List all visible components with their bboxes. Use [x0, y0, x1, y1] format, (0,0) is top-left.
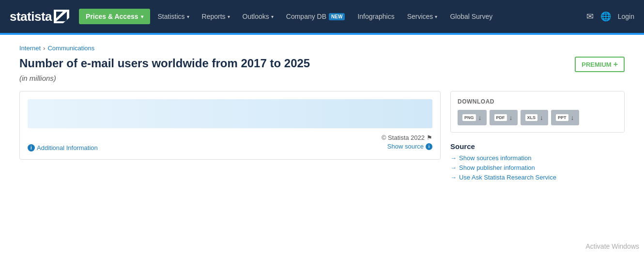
logo[interactable]: statista: [10, 9, 69, 24]
chart-card: i Additional Information © Statista 2022…: [19, 91, 441, 160]
nav-statistics[interactable]: Statistics ▾: [153, 9, 194, 24]
login-button[interactable]: Login: [618, 13, 634, 20]
page-title: Number of e-mail users worldwide from 20…: [19, 57, 310, 70]
new-badge: NEW: [329, 13, 345, 20]
arrow-right-icon: →: [450, 174, 457, 181]
chevron-down-icon: ▾: [141, 14, 143, 19]
page-subtitle: (in millions): [19, 74, 625, 82]
globe-icon[interactable]: 🌐: [600, 11, 611, 22]
chart-right-links: © Statista 2022 ⚑ Show source i: [382, 134, 432, 151]
chevron-down-icon: ▾: [228, 14, 230, 19]
body-row: i Additional Information © Statista 2022…: [19, 91, 625, 185]
chevron-down-icon: ▾: [187, 14, 189, 19]
statista-copyright: © Statista 2022 ⚑: [382, 134, 432, 141]
breadcrumb-separator: ›: [43, 45, 45, 52]
nav-companydb[interactable]: Company DB NEW: [281, 9, 350, 24]
show-source-link[interactable]: Show source i: [382, 143, 432, 150]
info-icon: i: [28, 144, 35, 151]
page-header-row: Number of e-mail users worldwide from 20…: [19, 57, 625, 72]
prices-access-button[interactable]: Prices & Access ▾: [79, 9, 150, 24]
chart-area: [28, 99, 432, 128]
main-content: Internet › Communications Number of e-ma…: [0, 35, 644, 195]
download-icon: ↓: [571, 114, 574, 121]
nav-outlooks[interactable]: Outlooks ▾: [238, 9, 278, 24]
header-right: ✉ 🌐 Login: [586, 11, 634, 22]
mail-icon[interactable]: ✉: [586, 11, 594, 22]
download-title: DOWNLOAD: [458, 98, 617, 105]
chevron-down-icon: ▾: [435, 14, 437, 19]
download-xls-button[interactable]: XLS ↓: [521, 110, 549, 125]
nav-services[interactable]: Services ▾: [402, 9, 443, 24]
source-info-icon: i: [426, 143, 432, 150]
chart-footer: i Additional Information © Statista 2022…: [28, 134, 432, 151]
source-title: Source: [450, 142, 625, 150]
nav-infographics[interactable]: Infographics: [353, 9, 399, 24]
arrow-right-icon: →: [450, 154, 457, 162]
breadcrumb-communications[interactable]: Communications: [47, 45, 94, 52]
logo-icon: [54, 10, 69, 23]
download-buttons: PNG ↓ PDF ↓ XLS ↓ PPT ↓: [458, 110, 617, 125]
download-icon: ↓: [509, 114, 513, 121]
use-ask-statista-link[interactable]: → Use Ask Statista Research Service: [450, 174, 625, 181]
logo-text: statista: [10, 9, 52, 24]
flag-icon: ⚑: [427, 134, 432, 141]
download-pdf-button[interactable]: PDF ↓: [490, 110, 518, 125]
chevron-down-icon: ▾: [271, 14, 274, 19]
download-ppt-button[interactable]: PPT ↓: [551, 110, 579, 125]
additional-info-link[interactable]: i Additional Information: [28, 144, 98, 151]
download-section: DOWNLOAD PNG ↓ PDF ↓ XLS ↓ PPT: [450, 91, 625, 133]
show-sources-information-link[interactable]: → Show sources information: [450, 154, 625, 162]
download-icon: ↓: [478, 114, 482, 121]
download-icon: ↓: [540, 114, 543, 121]
arrow-right-icon: →: [450, 164, 457, 171]
breadcrumb-internet[interactable]: Internet: [19, 45, 41, 52]
premium-button[interactable]: PREMIUM +: [575, 57, 625, 72]
download-png-button[interactable]: PNG ↓: [458, 110, 487, 125]
nav-global-survey[interactable]: Global Survey: [445, 9, 497, 24]
source-section: Source → Show sources information → Show…: [450, 140, 625, 185]
header: statista Prices & Access ▾ Statistics ▾ …: [0, 0, 644, 33]
breadcrumb: Internet › Communications: [19, 45, 625, 52]
sidebar: DOWNLOAD PNG ↓ PDF ↓ XLS ↓ PPT: [450, 91, 625, 185]
show-publisher-information-link[interactable]: → Show publisher information: [450, 164, 625, 171]
nav-reports[interactable]: Reports ▾: [197, 9, 235, 24]
